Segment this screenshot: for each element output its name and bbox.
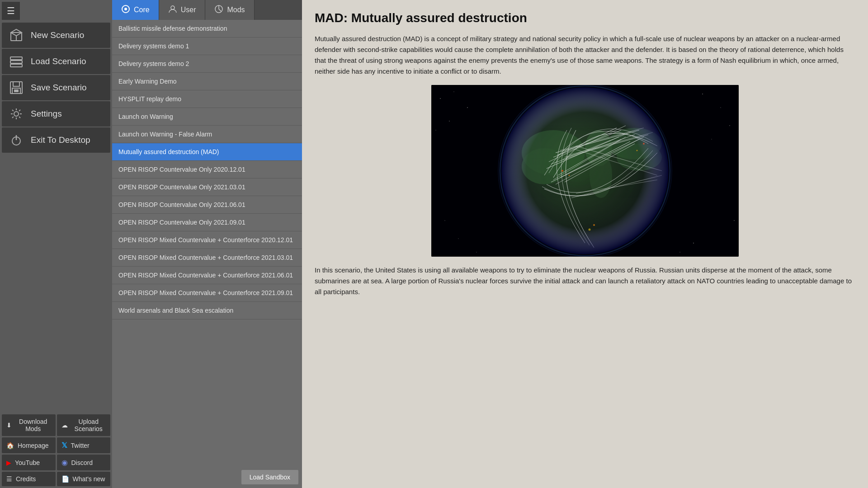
svg-point-31 xyxy=(734,220,734,221)
settings-button[interactable]: Settings xyxy=(2,101,110,127)
discord-button[interactable]: ◉ Discord xyxy=(57,455,111,470)
download-mods-label: Download Mods xyxy=(15,418,51,432)
youtube-button[interactable]: ▶ YouTube xyxy=(2,455,56,470)
svg-rect-3 xyxy=(10,57,22,60)
svg-point-25 xyxy=(720,107,721,108)
power-icon xyxy=(8,132,24,148)
load-scenario-button[interactable]: Load Scenario xyxy=(2,49,110,74)
user-tab-icon xyxy=(168,5,177,15)
scenario-list: Ballistic missile defense demonstrationD… xyxy=(112,20,302,466)
svg-point-22 xyxy=(436,130,436,131)
save-icon xyxy=(8,80,24,96)
tab-mods[interactable]: Mods xyxy=(205,0,254,20)
scenario-item-open-risop-cv-2020-12[interactable]: OPEN RISOP Countervalue Only 2020.12.01 xyxy=(112,161,302,178)
homepage-button[interactable]: 🏠 Homepage xyxy=(2,437,56,453)
credits-icon: ☰ xyxy=(6,475,12,483)
scenario-item-hysplit-replay[interactable]: HYSPLIT replay demo xyxy=(112,90,302,108)
save-scenario-button[interactable]: Save Scenario xyxy=(2,75,110,100)
core-tab-label: Core xyxy=(134,6,150,14)
tab-core[interactable]: Core xyxy=(112,0,159,20)
youtube-label: YouTube xyxy=(15,459,40,466)
svg-point-20 xyxy=(453,91,454,92)
core-tab-icon xyxy=(121,5,130,15)
tab-user[interactable]: User xyxy=(159,0,206,20)
svg-point-28 xyxy=(693,243,694,244)
content-intro: Mutually assured destruction (MAD) is a … xyxy=(315,33,855,77)
whats-new-button[interactable]: 📄 What's new xyxy=(57,472,111,486)
twitter-button[interactable]: 𝕏 Twitter xyxy=(57,437,111,453)
scenario-item-open-risop-mix-2020-12[interactable]: OPEN RISOP Mixed Countervalue + Counterf… xyxy=(112,231,302,249)
svg-point-26 xyxy=(729,125,730,126)
discord-label: Discord xyxy=(71,459,93,466)
load-sandbox-label: Load Sandbox xyxy=(250,474,290,481)
scenario-item-delivery-demo-2[interactable]: Delivery systems demo 2 xyxy=(112,55,302,73)
scenario-item-launch-on-warning[interactable]: Launch on Warning xyxy=(112,108,302,126)
twitter-label: Twitter xyxy=(71,442,90,449)
svg-rect-9 xyxy=(14,89,19,92)
credits-button[interactable]: ☰ Credits xyxy=(2,472,56,486)
scenario-item-world-arsenals[interactable]: World arsenals and Black Sea escalation xyxy=(112,302,302,319)
bottom-links: ⬇ Download Mods ☁ Upload Scenarios 🏠 Hom… xyxy=(2,414,110,486)
scenario-item-launch-on-warning-false[interactable]: Launch on Warning - False Alarm xyxy=(112,126,302,143)
svg-point-67 xyxy=(501,87,669,254)
load-sandbox-area: Load Sandbox xyxy=(112,466,302,488)
download-icon: ⬇ xyxy=(6,422,12,429)
download-mods-button[interactable]: ⬇ Download Mods xyxy=(2,414,56,436)
scenario-item-open-risop-cv-2021-03[interactable]: OPEN RISOP Countervalue Only 2021.03.01 xyxy=(112,178,302,196)
svg-point-27 xyxy=(712,139,712,140)
content-title: MAD: Mutually assured destruction xyxy=(315,11,855,25)
scenario-item-open-risop-cv-2021-06[interactable]: OPEN RISOP Countervalue Only 2021.06.01 xyxy=(112,196,302,214)
bottom-row-1: ⬇ Download Mods ☁ Upload Scenarios xyxy=(2,414,110,436)
svg-rect-7 xyxy=(13,82,19,86)
cube-icon xyxy=(8,27,24,43)
whats-new-icon: 📄 xyxy=(61,475,69,483)
gear-icon xyxy=(8,106,24,122)
exit-desktop-label: Exit To Desktop xyxy=(31,135,90,145)
whats-new-label: What's new xyxy=(73,475,105,483)
svg-point-19 xyxy=(440,98,441,99)
twitter-icon: 𝕏 xyxy=(61,441,67,450)
bottom-row-3: ▶ YouTube ◉ Discord xyxy=(2,455,110,470)
tab-bar: Core User Mods xyxy=(112,0,302,20)
youtube-icon: ▶ xyxy=(6,459,11,466)
bottom-row-4: ☰ Credits 📄 What's new xyxy=(2,472,110,486)
content-body: In this scenario, the United States is u… xyxy=(315,265,855,297)
svg-rect-4 xyxy=(10,61,22,63)
svg-point-10 xyxy=(14,112,19,116)
scenario-item-open-risop-mix-2021-03[interactable]: OPEN RISOP Mixed Countervalue + Counterf… xyxy=(112,249,302,267)
scenario-item-delivery-demo-1[interactable]: Delivery systems demo 1 xyxy=(112,38,302,55)
svg-point-24 xyxy=(702,94,703,94)
scenario-item-open-risop-mix-2021-09[interactable]: OPEN RISOP Mixed Countervalue + Counterf… xyxy=(112,284,302,302)
user-tab-label: User xyxy=(181,6,196,14)
home-icon: 🏠 xyxy=(6,442,14,449)
svg-point-33 xyxy=(679,252,680,252)
upload-scenarios-button[interactable]: ☁ Upload Scenarios xyxy=(57,414,111,436)
hamburger-icon: ☰ xyxy=(7,5,15,16)
middle-panel: Core User Mods Ballistic missile defense… xyxy=(112,0,302,488)
scenario-item-mad[interactable]: Mutually assured destruction (MAD) xyxy=(112,143,302,161)
hamburger-button[interactable]: ☰ xyxy=(2,2,20,20)
exit-desktop-button[interactable]: Exit To Desktop xyxy=(2,127,110,153)
mods-tab-label: Mods xyxy=(227,6,245,14)
svg-point-21 xyxy=(467,107,468,108)
svg-point-30 xyxy=(458,239,459,239)
upload-scenarios-label: Upload Scenarios xyxy=(71,418,106,432)
new-scenario-button[interactable]: New Scenario xyxy=(2,23,110,48)
scenario-item-open-risop-mix-2021-06[interactable]: OPEN RISOP Mixed Countervalue + Counterf… xyxy=(112,267,302,284)
credits-label: Credits xyxy=(16,475,36,483)
mods-tab-icon xyxy=(214,5,223,15)
settings-label: Settings xyxy=(31,109,62,119)
load-sandbox-button[interactable]: Load Sandbox xyxy=(241,470,298,484)
stack-icon xyxy=(8,53,24,70)
scenario-item-open-risop-cv-2021-09[interactable]: OPEN RISOP Countervalue Only 2021.09.01 xyxy=(112,214,302,231)
bottom-row-2: 🏠 Homepage 𝕏 Twitter xyxy=(2,437,110,453)
new-scenario-label: New Scenario xyxy=(31,30,84,40)
svg-point-29 xyxy=(444,220,445,221)
svg-point-15 xyxy=(171,6,175,9)
load-scenario-label: Load Scenario xyxy=(31,56,86,66)
svg-point-32 xyxy=(476,252,477,253)
scenario-item-ballistic-missile[interactable]: Ballistic missile defense demonstration xyxy=(112,20,302,38)
svg-point-14 xyxy=(124,8,127,10)
scenario-item-early-warning-demo[interactable]: Early Warning Demo xyxy=(112,73,302,90)
sidebar: ☰ New Scenario Load Scenario xyxy=(0,0,112,488)
